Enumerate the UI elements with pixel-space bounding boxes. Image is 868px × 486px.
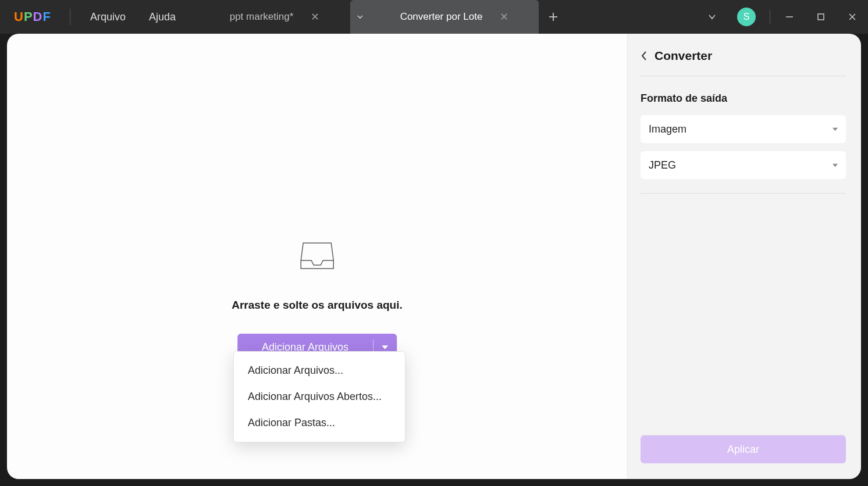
tab-dropdown-chevron[interactable] [350,0,370,34]
menu-help[interactable]: Ajuda [137,11,187,23]
menu-file[interactable]: Arquivo [79,11,137,23]
apply-row: Aplicar [641,435,846,463]
drop-canvas: Arraste e solte os arquivos aqui. Adicio… [7,34,627,479]
chevron-down-icon [833,127,838,132]
divider [770,10,770,24]
panel-header[interactable]: Converter [641,49,846,76]
chevron-left-icon [641,51,648,61]
add-files-dropdown: Adicionar Arquivos... Adicionar Arquivos… [233,351,405,442]
dropzone-text: Arraste e solte os arquivos aqui. [232,299,403,312]
svg-marker-8 [833,163,838,166]
workspace: Arraste e solte os arquivos aqui. Adicio… [7,34,861,479]
close-window-button[interactable] [837,0,868,34]
tab-title: ppt marketing* [230,11,294,23]
close-icon[interactable]: ✕ [500,10,508,23]
avatar[interactable]: S [737,8,756,26]
inbox-icon [300,238,335,274]
svg-marker-6 [382,345,388,349]
app-logo: UPDF [14,9,51,24]
new-tab-button[interactable] [539,0,568,34]
maximize-button[interactable] [805,0,837,34]
select-value: Imagem [649,123,686,135]
close-icon[interactable]: ✕ [311,10,319,23]
output-format-select[interactable]: Imagem [641,115,846,143]
svg-marker-7 [833,127,838,130]
panel-title: Converter [654,49,712,63]
svg-rect-3 [818,14,824,20]
minimize-button[interactable] [774,0,805,34]
tab-title: Converter por Lote [400,11,483,23]
tab-strip: ppt marketing* ✕ Converter por Lote ✕ [199,0,568,34]
toolbar-more-chevron[interactable] [698,13,727,21]
titlebar: UPDF Arquivo Ajuda ppt marketing* ✕ Conv… [0,0,868,34]
chevron-down-icon [833,163,838,168]
output-subformat-select[interactable]: JPEG [641,151,846,179]
output-format-label: Formato de saída [641,92,846,105]
titlebar-right: S [698,0,868,34]
chevron-down-icon[interactable] [373,344,397,351]
tab-ppt-marketing[interactable]: ppt marketing* ✕ [199,0,350,34]
dropdown-item-add-open-files[interactable]: Adicionar Arquivos Abertos... [234,384,405,410]
tab-converter-por-lote[interactable]: Converter por Lote ✕ [370,0,539,34]
apply-button[interactable]: Aplicar [641,435,846,463]
dropdown-item-add-files[interactable]: Adicionar Arquivos... [234,358,405,384]
window-controls [774,0,868,34]
divider [70,9,70,25]
side-panel: Converter Formato de saída Imagem JPEG A… [627,34,861,479]
dropdown-item-add-folders[interactable]: Adicionar Pastas... [234,410,405,436]
dropzone: Arraste e solte os arquivos aqui. Adicio… [232,238,403,360]
select-value: JPEG [649,159,676,171]
